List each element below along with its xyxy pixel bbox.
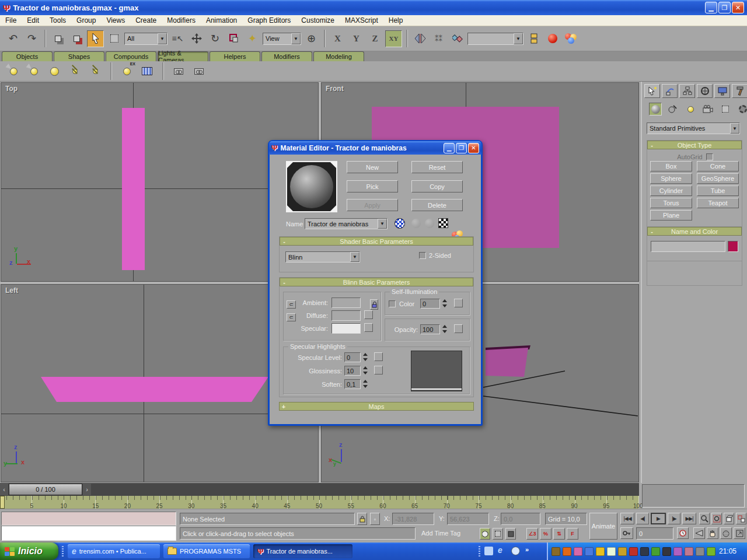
material-preview-slot[interactable]: [286, 161, 337, 212]
minimize-icon[interactable]: ▁: [705, 2, 717, 13]
restore-icon[interactable]: ❐: [456, 143, 467, 153]
specular-map-button[interactable]: [364, 323, 373, 332]
target-camera-icon[interactable]: [171, 64, 186, 79]
quicklaunch-ie-icon[interactable]: e: [498, 545, 502, 555]
restrict-x-button[interactable]: X: [329, 30, 346, 47]
key-mode-icon[interactable]: [620, 527, 633, 539]
primitive-button[interactable]: Sphere: [650, 173, 692, 184]
tray-icon[interactable]: [563, 547, 571, 556]
primitive-button[interactable]: Box: [650, 161, 692, 172]
named-selection-dropdown[interactable]: ▼: [467, 33, 523, 45]
tab-compounds[interactable]: Compounds: [106, 51, 156, 61]
taskbar-task-browser[interactable]: e trensim.com • Publica...: [68, 544, 160, 558]
specular-level-spinner[interactable]: [362, 352, 368, 362]
tray-icon[interactable]: [596, 547, 605, 556]
viewport-front-label[interactable]: Front: [326, 85, 344, 93]
coord-system-dropdown[interactable]: View▼: [263, 33, 301, 45]
snap-toggle-icon[interactable]: [480, 528, 490, 540]
apply-button[interactable]: Apply: [347, 199, 398, 211]
array-icon[interactable]: ⁑⁑: [430, 30, 447, 47]
redo-icon[interactable]: ↷: [23, 30, 40, 47]
tray-icon[interactable]: [707, 547, 715, 556]
delete-button[interactable]: Delete: [411, 199, 463, 211]
percent-snap-icon[interactable]: %: [540, 528, 551, 540]
time-configuration-icon[interactable]: [677, 527, 689, 539]
tray-icon[interactable]: [629, 547, 638, 556]
reset-button[interactable]: Reset: [411, 161, 463, 173]
autogrid-checkbox[interactable]: [706, 153, 713, 160]
region-select-icon[interactable]: [106, 30, 123, 47]
track-bar-ruler[interactable]: 5101520253035404550556065707580859095100: [0, 496, 639, 509]
menu-item[interactable]: Modifiers: [162, 16, 201, 24]
menu-item[interactable]: Customize: [296, 16, 340, 24]
quicklaunch-chevron-icon[interactable]: »: [525, 546, 529, 553]
menu-item[interactable]: MAXScript: [340, 16, 383, 24]
move-icon[interactable]: [188, 30, 205, 47]
next-frame-icon[interactable]: |▶: [668, 513, 680, 524]
min-max-toggle-icon[interactable]: [734, 527, 745, 539]
tray-icon[interactable]: [607, 547, 616, 556]
close-icon[interactable]: ✕: [732, 2, 744, 13]
trackview-icon[interactable]: [525, 30, 542, 47]
glossiness-map-button[interactable]: [374, 366, 383, 374]
material-name-dropdown[interactable]: Tractor de maniobras▼: [305, 218, 388, 229]
category-cameras-icon[interactable]: [701, 103, 714, 116]
glossiness-field[interactable]: 10: [344, 366, 361, 376]
add-time-tag[interactable]: Add Time Tag: [421, 530, 460, 537]
tray-icon[interactable]: [640, 547, 649, 556]
current-frame-field[interactable]: 0: [636, 527, 673, 540]
two-sided-checkbox[interactable]: [419, 252, 426, 259]
opacity-map-button[interactable]: [454, 324, 463, 333]
ex-light-icon[interactable]: EX: [119, 64, 134, 79]
lock-icon[interactable]: [370, 299, 378, 310]
specular-color-swatch[interactable]: [331, 323, 361, 334]
play-icon[interactable]: ▶: [651, 513, 666, 524]
self-illum-spinner[interactable]: [441, 299, 448, 308]
soften-spinner[interactable]: [362, 379, 368, 388]
arc-rotate-icon[interactable]: [720, 527, 732, 539]
spinner-snap-icon[interactable]: ⇅: [553, 528, 565, 540]
new-button[interactable]: New: [347, 161, 398, 173]
tray-icon[interactable]: [685, 547, 693, 556]
category-geometry-icon[interactable]: [649, 103, 662, 116]
object-name-input[interactable]: [651, 241, 725, 252]
next-frame-arrow-icon[interactable]: ›: [83, 484, 91, 495]
diffuse-map-button[interactable]: [364, 310, 373, 319]
align-icon[interactable]: [449, 30, 466, 47]
quicklaunch-app-icon[interactable]: [511, 547, 520, 555]
object-type-rollout-header[interactable]: - Object Type: [647, 141, 742, 149]
menu-item[interactable]: File: [0, 16, 22, 24]
maxscript-listener-pink[interactable]: [1, 512, 176, 526]
tray-icon[interactable]: [585, 547, 594, 556]
primitive-button[interactable]: Tube: [697, 186, 739, 196]
field-of-view-icon[interactable]: [693, 527, 705, 539]
restrict-xy-plane-button[interactable]: XY: [385, 30, 402, 47]
collapse-icon[interactable]: -: [280, 279, 288, 286]
shader-rollout-header[interactable]: - Shader Basic Parameters: [280, 237, 473, 246]
snap-25d-icon[interactable]: [493, 528, 503, 540]
opacity-value-field[interactable]: 100: [420, 324, 440, 334]
selection-filter-dropdown[interactable]: All▼: [124, 33, 167, 45]
omni-light-icon[interactable]: [47, 64, 62, 79]
tab-create[interactable]: [644, 84, 660, 98]
expand-icon[interactable]: +: [280, 403, 288, 410]
tab-display[interactable]: [714, 84, 730, 98]
time-slider-track[interactable]: ‹ 0 / 100 ›: [0, 483, 639, 496]
menu-item[interactable]: Graph Editors: [242, 16, 296, 24]
category-systems-icon[interactable]: [736, 103, 747, 116]
viewport-top-label[interactable]: Top: [5, 85, 18, 93]
self-illum-color-checkbox[interactable]: [389, 300, 396, 307]
menu-item[interactable]: Edit: [22, 16, 44, 24]
material-editor-icon[interactable]: [563, 30, 580, 47]
goto-end-icon[interactable]: ▶▶|: [682, 513, 696, 524]
tab-helpers[interactable]: Helpers: [210, 51, 260, 61]
tab-motion[interactable]: [697, 84, 713, 98]
tray-icon[interactable]: [662, 547, 671, 556]
tray-icon[interactable]: [551, 547, 560, 556]
unlink-icon[interactable]: [68, 30, 85, 47]
zoom-icon[interactable]: [699, 513, 710, 524]
self-illum-map-button[interactable]: [454, 299, 463, 307]
select-arrow-icon[interactable]: [87, 30, 104, 47]
zoom-all-icon[interactable]: [711, 513, 722, 524]
restrict-z-button[interactable]: Z: [366, 30, 383, 47]
